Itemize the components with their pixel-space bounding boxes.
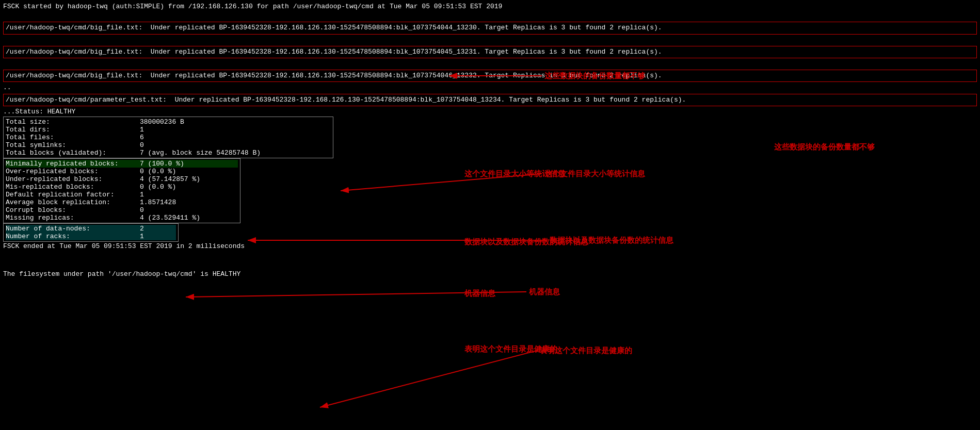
blank-4 [3, 251, 977, 260]
annotation-healthy-text: 表明这个文件目录是健康的 [464, 344, 557, 354]
stat-value-avg-block-replication: 1.8571428 [140, 199, 176, 206]
stat-value-default-replication: 1 [140, 191, 144, 199]
stat-value-total-blocks: 7 (avg. block size 54285748 B) [140, 149, 261, 157]
stat-row-data-nodes: Number of data-nodes: 2 [6, 225, 176, 233]
stat-row-total-files: Total files: 6 [6, 134, 331, 141]
stat-label-racks: Number of racks: [6, 233, 140, 240]
under-replicated-1: /user/hadoop-twq/cmd/big_file.txt: Under… [3, 22, 977, 34]
stat-label-corrupt-blocks: Corrupt blocks: [6, 206, 140, 214]
svg-line-9 [320, 351, 537, 407]
blank-2 [3, 36, 977, 45]
stat-label-data-nodes: Number of data-nodes: [6, 225, 140, 233]
svg-text:机器信息: 机器信息 [528, 287, 560, 296]
annotation-machine-text: 机器信息 [464, 289, 495, 299]
stat-row-avg-block-replication: Average block replication: 1.8571428 [6, 199, 238, 206]
stats-box-combined: Total size: 380000236 B Total dirs: 1 To… [3, 117, 333, 158]
stat-row-total-symlinks: Total symlinks: 0 [6, 141, 331, 149]
blank-1 [3, 11, 977, 21]
stat-value-missing-replicas: 4 (23.529411 %) [140, 214, 200, 222]
annotation-dir-stats-text: 这个文件目录大小等统计信息 [464, 169, 565, 179]
stat-value-mis-replicated: 0 (0.0 %) [140, 183, 176, 191]
stat-value-racks: 1 [140, 233, 144, 240]
under-replicated-3: /user/hadoop-twq/cmd/big_file.txt: Under… [3, 70, 977, 82]
stat-label-total-blocks: Total blocks (validated): [6, 149, 140, 157]
stat-label-total-files: Total files: [6, 134, 140, 141]
stat-value-corrupt-blocks: 0 [140, 206, 144, 214]
stat-label-avg-block-replication: Average block replication: [6, 199, 140, 206]
stat-value-total-size: 380000236 B [140, 118, 184, 126]
stat-value-data-nodes: 2 [140, 225, 144, 233]
stat-label-min-replicated: Minimally replicated blocks: [6, 160, 140, 168]
stat-row-under-replicated: Under-replicated blocks: 4 (57.142857 %) [6, 175, 238, 183]
stat-label-under-replicated: Under-replicated blocks: [6, 175, 140, 183]
stat-value-min-replicated: 7 (100.0 %) [140, 160, 184, 168]
stat-label-total-symlinks: Total symlinks: [6, 141, 140, 149]
under-replicated-2: /user/hadoop-twq/cmd/big_file.txt: Under… [3, 46, 977, 58]
stat-label-total-dirs: Total dirs: [6, 126, 140, 134]
stat-value-total-files: 6 [140, 134, 144, 141]
status-line: ...Status: HEALTHY [3, 107, 977, 117]
stat-label-over-replicated: Over-replicated blocks: [6, 168, 140, 175]
stat-row-total-dirs: Total dirs: 1 [6, 126, 331, 134]
stat-label-missing-replicas: Missing replicas: [6, 214, 140, 222]
block-stats-box: Minimally replicated blocks: 7 (100.0 %)… [3, 158, 240, 223]
separator-dots: .. [3, 83, 977, 92]
stat-label-default-replication: Default replication factor: [6, 191, 140, 199]
terminal-window: FSCK started by hadoop-twq (auth:SIMPLE)… [0, 0, 980, 282]
stat-row-min-replicated: Minimally replicated blocks: 7 (100.0 %) [6, 160, 238, 168]
filesystem-line: The filesystem under path '/user/hadoop-… [3, 270, 977, 279]
stat-row-corrupt-blocks: Corrupt blocks: 0 [6, 206, 238, 214]
machine-info-box: Number of data-nodes: 2 Number of racks:… [3, 223, 179, 242]
blank-3 [3, 59, 977, 69]
stat-row-default-replication: Default replication factor: 1 [6, 191, 238, 199]
stat-label-total-size: Total size: [6, 118, 140, 126]
header-line: FSCK started by hadoop-twq (auth:SIMPLE)… [3, 2, 977, 11]
stat-value-total-symlinks: 0 [140, 141, 144, 149]
annotation-replicas-text: 这些数据块的备份数量都不够 [774, 142, 875, 152]
stat-value-under-replicated: 4 (57.142857 %) [140, 175, 200, 183]
stat-row-racks: Number of racks: 1 [6, 233, 176, 240]
annotation-block-stats-text: 数据块以及数据块备份数的统计信息 [464, 237, 588, 247]
blank-5 [3, 260, 977, 270]
stat-label-mis-replicated: Mis-replicated blocks: [6, 183, 140, 191]
stat-row-over-replicated: Over-replicated blocks: 0 (0.0 %) [6, 168, 238, 175]
under-replicated-4: /user/hadoop-twq/cmd/parameter_test.txt:… [3, 94, 977, 106]
stat-row-mis-replicated: Mis-replicated blocks: 0 (0.0 %) [6, 183, 238, 191]
stat-value-total-dirs: 1 [140, 126, 144, 134]
stat-value-over-replicated: 0 (0.0 %) [140, 168, 176, 175]
stat-row-total-size: Total size: 380000236 B [6, 118, 331, 126]
stat-row-total-blocks: Total blocks (validated): 7 (avg. block … [6, 149, 331, 157]
stat-row-missing-replicas: Missing replicas: 4 (23.529411 %) [6, 214, 238, 222]
